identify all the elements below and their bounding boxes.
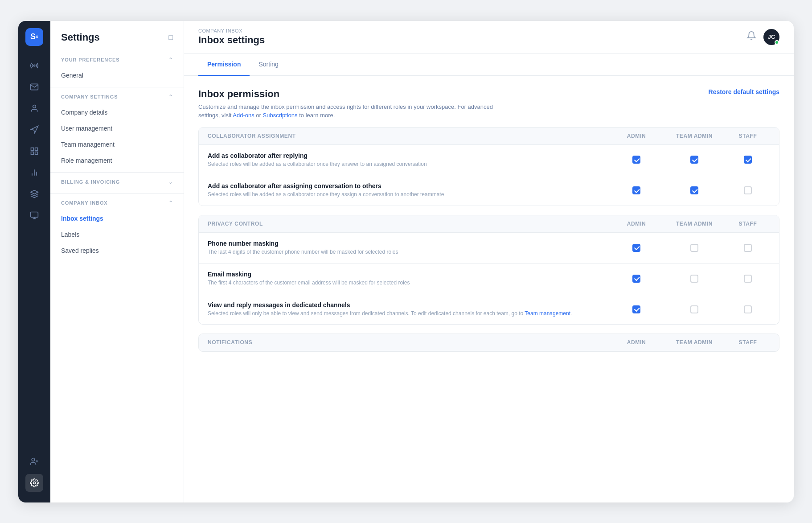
- nav-broadcast-icon[interactable]: [25, 57, 43, 74]
- row-title: View and reply messages in dedicated cha…: [208, 301, 610, 309]
- col-header-admin: ADMIN: [610, 133, 663, 139]
- admin-checkbox[interactable]: [632, 275, 640, 283]
- privacy-control-table: Privacy control ADMIN TEAM ADMIN STAFF P…: [198, 215, 779, 325]
- sidebar-item-company-details[interactable]: Company details: [50, 104, 184, 120]
- staff-checkbox-cell: [726, 244, 770, 252]
- staff-checkbox-cell: [726, 186, 770, 194]
- notifications-table: Notifications ADMIN TEAM ADMIN STAFF: [198, 334, 779, 352]
- team-admin-checkbox-cell: [663, 305, 726, 313]
- col-header-staff: STAFF: [726, 133, 770, 139]
- company-inbox-chevron-icon: ⌃: [168, 200, 173, 206]
- team-admin-checkbox[interactable]: [690, 186, 698, 194]
- staff-checkbox[interactable]: [744, 156, 752, 164]
- table-row: Phone number masking The last 4 digits o…: [199, 233, 779, 264]
- nav-inbox-icon[interactable]: [25, 78, 43, 96]
- nav-billing-icon[interactable]: [25, 206, 43, 224]
- notifications-header: Notifications ADMIN TEAM ADMIN STAFF: [199, 334, 779, 351]
- nav-contacts-icon[interactable]: [25, 99, 43, 117]
- staff-checkbox[interactable]: [744, 275, 752, 283]
- header-right: JC: [746, 29, 779, 45]
- company-settings-section: COMPANY SETTINGS ⌃ Company details User …: [50, 89, 184, 169]
- content-area: Permission Sorting Inbox permission Cust…: [184, 54, 794, 502]
- svg-rect-2: [31, 148, 34, 150]
- tab-permission[interactable]: Permission: [198, 54, 250, 76]
- avatar[interactable]: JC: [763, 29, 779, 45]
- admin-checkbox[interactable]: [632, 305, 640, 313]
- addons-link[interactable]: Add-ons: [233, 112, 254, 119]
- staff-checkbox-cell: [726, 275, 770, 283]
- sidebar-item-team-management[interactable]: Team management: [50, 136, 184, 152]
- team-admin-checkbox[interactable]: [690, 275, 698, 283]
- admin-checkbox-cell: [610, 275, 663, 283]
- sidebar-item-role-management[interactable]: Role management: [50, 152, 184, 169]
- table-row: Email masking The first 4 characters of …: [199, 264, 779, 294]
- team-admin-checkbox[interactable]: [690, 156, 698, 164]
- icon-rail: S×: [18, 21, 50, 502]
- sidebar-item-user-management[interactable]: User management: [50, 120, 184, 136]
- nav-invite-icon[interactable]: [25, 453, 43, 470]
- nav-integrations-icon[interactable]: [25, 185, 43, 203]
- company-settings-header[interactable]: COMPANY SETTINGS ⌃: [50, 89, 184, 104]
- avatar-online-indicator: [775, 40, 779, 45]
- permission-desc: Customize and manage the inbox permissio…: [198, 103, 501, 120]
- nav-campaigns-icon[interactable]: [25, 121, 43, 139]
- table-row: View and reply messages in dedicated cha…: [199, 294, 779, 325]
- col-header-team-admin: TEAM ADMIN: [663, 133, 726, 139]
- row-title: Add as collaborator after assigning conv…: [208, 182, 610, 189]
- col-header-admin: ADMIN: [610, 221, 663, 227]
- sidebar-toggle-icon[interactable]: □: [168, 33, 173, 41]
- svg-rect-9: [31, 212, 38, 217]
- company-inbox-section: COMPANY INBOX ⌃ Inbox settings Labels Sa…: [50, 195, 184, 259]
- sidebar-item-general[interactable]: General: [50, 67, 184, 83]
- svg-point-0: [33, 65, 35, 66]
- permission-header-text: Inbox permission Customize and manage th…: [198, 88, 501, 120]
- row-desc: Selected roles will be added as a collab…: [208, 161, 610, 168]
- row-info: Email masking The first 4 characters of …: [208, 271, 610, 287]
- tab-sorting[interactable]: Sorting: [250, 54, 287, 76]
- svg-rect-4: [35, 152, 38, 154]
- nav-reports-icon[interactable]: [25, 164, 43, 181]
- page-title: Inbox settings: [198, 34, 265, 46]
- team-admin-checkbox[interactable]: [690, 305, 698, 313]
- app-logo[interactable]: S×: [25, 28, 43, 46]
- team-admin-checkbox[interactable]: [690, 244, 698, 252]
- billing-header[interactable]: BILLING & INVOICING ⌄: [50, 174, 184, 189]
- billing-chevron-icon: ⌄: [168, 179, 173, 185]
- svg-rect-5: [31, 152, 34, 154]
- preferences-section-header[interactable]: YOUR PREFERENCES ⌃: [50, 52, 184, 67]
- subscriptions-link[interactable]: Subscriptions: [263, 112, 298, 119]
- staff-checkbox[interactable]: [744, 244, 752, 252]
- staff-checkbox[interactable]: [744, 186, 752, 194]
- nav-dashboard-icon[interactable]: [25, 142, 43, 160]
- collaborator-assignment-header: Collaborator assignment ADMIN TEAM ADMIN…: [199, 128, 779, 145]
- header-left: COMPANY INBOX Inbox settings: [198, 28, 265, 46]
- notifications-bell-icon[interactable]: [746, 31, 756, 43]
- row-info: View and reply messages in dedicated cha…: [208, 301, 610, 317]
- admin-checkbox-cell: [610, 305, 663, 313]
- sidebar-item-saved-replies[interactable]: Saved replies: [50, 243, 184, 259]
- sidebar-item-labels[interactable]: Labels: [50, 226, 184, 243]
- preferences-chevron-icon: ⌃: [168, 57, 173, 63]
- nav-settings-icon[interactable]: [25, 474, 43, 492]
- team-admin-checkbox-cell: [663, 275, 726, 283]
- admin-checkbox[interactable]: [632, 156, 640, 164]
- admin-checkbox[interactable]: [632, 186, 640, 194]
- row-title: Phone number masking: [208, 240, 610, 247]
- restore-default-button[interactable]: Restore default settings: [709, 88, 779, 95]
- rail-bottom: [25, 453, 43, 495]
- staff-checkbox[interactable]: [744, 305, 752, 313]
- team-admin-checkbox-cell: [663, 186, 726, 194]
- rail-icons: [25, 57, 43, 453]
- col-header-admin: ADMIN: [610, 339, 663, 346]
- sidebar-title: Settings □: [50, 21, 184, 52]
- admin-checkbox[interactable]: [632, 244, 640, 252]
- team-admin-checkbox-cell: [663, 156, 726, 164]
- permission-title: Inbox permission: [198, 88, 501, 100]
- sidebar: Settings □ YOUR PREFERENCES ⌃ General CO…: [50, 21, 184, 502]
- billing-section: BILLING & INVOICING ⌄: [50, 174, 184, 189]
- row-title: Email masking: [208, 271, 610, 278]
- team-management-link[interactable]: Team management: [525, 310, 570, 317]
- company-inbox-header[interactable]: COMPANY INBOX ⌃: [50, 195, 184, 210]
- sidebar-item-inbox-settings[interactable]: Inbox settings: [50, 210, 184, 226]
- company-settings-chevron-icon: ⌃: [168, 94, 173, 100]
